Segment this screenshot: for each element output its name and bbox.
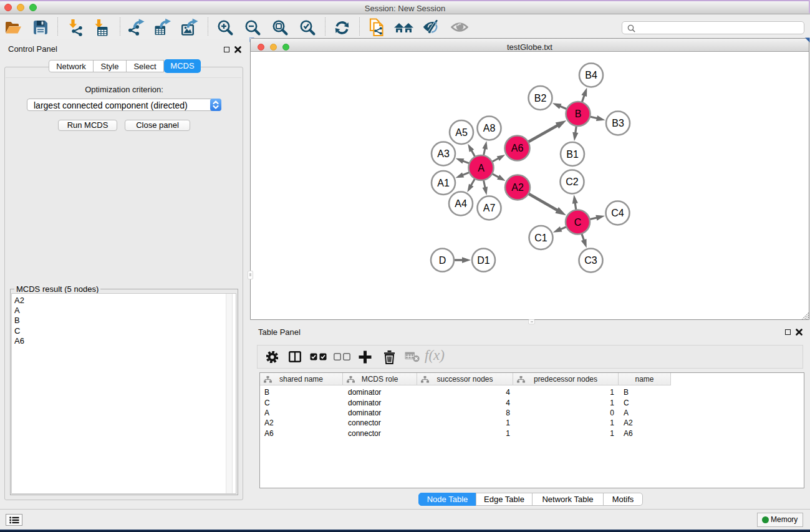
svg-text:D: D: [439, 255, 446, 266]
svg-text:A5: A5: [455, 127, 468, 138]
svg-text:C2: C2: [566, 177, 579, 187]
svg-text:A: A: [478, 163, 485, 173]
svg-text:A1: A1: [437, 178, 450, 188]
svg-text:A8: A8: [483, 123, 496, 133]
svg-text:C4: C4: [611, 208, 624, 218]
svg-text:B3: B3: [612, 118, 624, 128]
svg-text:C: C: [574, 217, 582, 228]
svg-text:A6: A6: [511, 143, 524, 153]
svg-text:D1: D1: [477, 255, 490, 266]
svg-text:A7: A7: [483, 203, 496, 213]
svg-text:B1: B1: [566, 149, 579, 160]
svg-text:C1: C1: [534, 233, 547, 243]
svg-text:B2: B2: [534, 93, 547, 104]
svg-text:A2: A2: [511, 182, 524, 193]
svg-text:C3: C3: [584, 255, 597, 266]
svg-text:B: B: [575, 109, 582, 119]
svg-text:B4: B4: [585, 70, 597, 80]
svg-text:A3: A3: [437, 148, 450, 159]
svg-text:A4: A4: [455, 198, 467, 209]
